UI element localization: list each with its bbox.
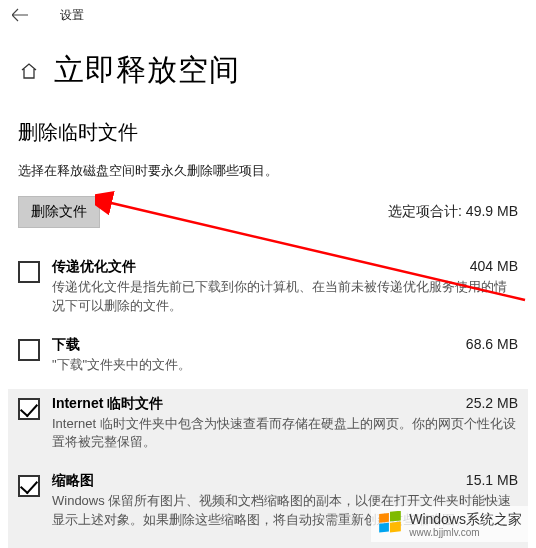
- windows-logo-icon: [377, 511, 403, 537]
- list-item: 传递优化文件 404 MB 传递优化文件是指先前已下载到你的计算机、在当前未被传…: [18, 252, 518, 330]
- checkbox-thumbnails[interactable]: [18, 475, 40, 497]
- checkbox-delivery-optimization[interactable]: [18, 261, 40, 283]
- item-size: 68.6 MB: [456, 336, 518, 352]
- instruction-text: 选择在释放磁盘空间时要永久删除哪些项目。: [18, 162, 518, 180]
- selected-total-label: 选定项合计: 49.9 MB: [388, 203, 518, 221]
- svg-rect-4: [379, 523, 389, 533]
- svg-rect-2: [379, 513, 389, 523]
- back-icon[interactable]: [10, 5, 30, 25]
- temp-files-list: 传递优化文件 404 MB 传递优化文件是指先前已下载到你的计算机、在当前未被传…: [18, 252, 518, 548]
- delete-files-button[interactable]: 删除文件: [18, 196, 100, 228]
- watermark-sub: 系统之家: [466, 511, 522, 527]
- item-size: 15.1 MB: [456, 472, 518, 488]
- item-title: 下载: [52, 336, 80, 354]
- home-icon[interactable]: [18, 60, 40, 82]
- list-item: 临时文件: [8, 544, 528, 548]
- item-desc: 传递优化文件是指先前已下载到你的计算机、在当前未被传递优化服务使用的情况下可以删…: [52, 278, 518, 316]
- item-title: 传递优化文件: [52, 258, 136, 276]
- section-title: 删除临时文件: [18, 119, 518, 146]
- item-size: 404 MB: [460, 258, 518, 274]
- watermark: Windows系统之家 www.bjjmlv.com: [371, 506, 528, 542]
- item-title: Internet 临时文件: [52, 395, 163, 413]
- list-item: 下载 68.6 MB "下载"文件夹中的文件。: [18, 330, 518, 389]
- page-title: 立即释放空间: [54, 50, 240, 91]
- svg-rect-5: [390, 521, 401, 532]
- checkbox-internet-temp[interactable]: [18, 398, 40, 420]
- item-title: 缩略图: [52, 472, 94, 490]
- list-item: Internet 临时文件 25.2 MB Internet 临时文件夹中包含为…: [8, 389, 528, 467]
- watermark-brand: Windows: [409, 511, 466, 527]
- checkbox-downloads[interactable]: [18, 339, 40, 361]
- window-title: 设置: [60, 7, 84, 24]
- item-size: 25.2 MB: [456, 395, 518, 411]
- item-desc: Internet 临时文件夹中包含为快速查看而存储在硬盘上的网页。你的网页个性化…: [52, 415, 518, 453]
- svg-rect-3: [390, 511, 401, 522]
- item-desc: "下载"文件夹中的文件。: [52, 356, 518, 375]
